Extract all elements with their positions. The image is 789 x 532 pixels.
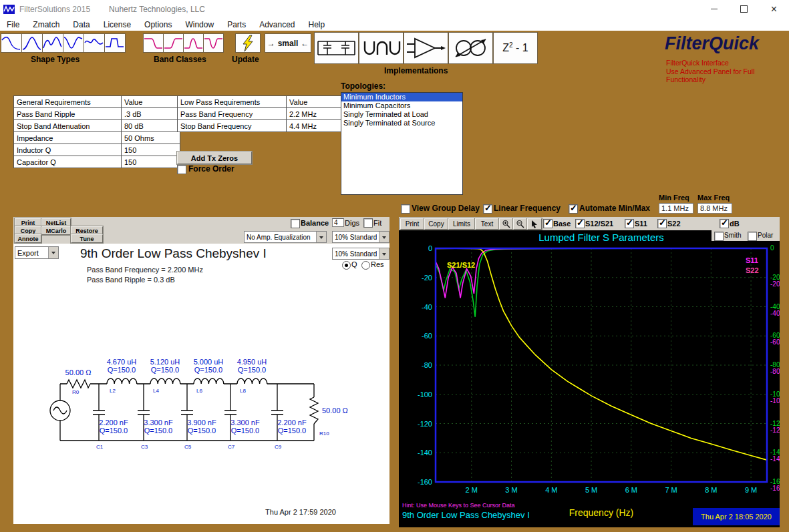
- band-class-bandstop-icon[interactable]: [203, 33, 224, 53]
- arrow-right-icon: →: [267, 39, 275, 48]
- implementation-active-opamp-icon[interactable]: [404, 32, 448, 64]
- annote-button[interactable]: Annote: [15, 234, 41, 243]
- small-toggle-button[interactable]: → small ←: [265, 33, 311, 53]
- title-bar: FilterSolutions 2015 Nuhertz Technologie…: [0, 0, 789, 18]
- menu-data[interactable]: Data: [66, 20, 96, 29]
- base-checkbox[interactable]: [543, 219, 553, 228]
- digits-input[interactable]: [332, 218, 344, 227]
- base-label: Base: [553, 220, 571, 228]
- standard-values-dropdown-top[interactable]: 10% Standard: [332, 231, 389, 243]
- table-row: Capacitor Q150: [14, 156, 180, 168]
- svg-text:-60: -60: [422, 332, 432, 340]
- balance-checkbox[interactable]: [291, 219, 300, 228]
- component-ref: C9: [275, 444, 282, 450]
- menu-help[interactable]: Help: [302, 20, 332, 29]
- plot-limits-button[interactable]: Limits: [448, 218, 475, 230]
- s11-checkbox[interactable]: [625, 219, 634, 228]
- menu-zmatch[interactable]: Zmatch: [26, 20, 66, 29]
- implementation-coupled-resonator-icon[interactable]: [448, 32, 493, 64]
- min-freq-label: Min Freq: [659, 194, 689, 202]
- svg-text:-80: -80: [422, 361, 432, 369]
- minimize-button[interactable]: [699, 0, 729, 18]
- chevron-down-icon: [316, 232, 326, 242]
- polar-checkbox[interactable]: [748, 232, 757, 241]
- shape-type-icon-4[interactable]: [63, 33, 84, 53]
- row-value[interactable]: 150: [122, 156, 180, 168]
- schematic-toolbar: Print NetList Copy MCarlo Restore Annote…: [13, 217, 389, 244]
- row-value[interactable]: 150: [122, 144, 180, 156]
- shape-type-icon-1[interactable]: [1, 33, 22, 53]
- implementation-inductors-icon[interactable]: [359, 32, 404, 64]
- force-order-checkbox[interactable]: [177, 165, 186, 174]
- fit-checkbox[interactable]: [363, 218, 373, 228]
- row-value[interactable]: .3 dB: [122, 108, 180, 120]
- capacitor-q: Q=150.0: [100, 427, 128, 435]
- inductor-q: Q=150.0: [238, 366, 267, 374]
- row-value[interactable]: 2.2 MHz: [287, 108, 345, 120]
- automate-minmax-checkbox[interactable]: [569, 204, 578, 214]
- shape-type-icon-3[interactable]: [42, 33, 63, 53]
- s22-checkbox[interactable]: [657, 219, 667, 228]
- band-class-highpass-icon[interactable]: [163, 33, 184, 53]
- linear-frequency-label: Linear Frequency: [494, 204, 561, 213]
- menu-license[interactable]: License: [97, 20, 138, 29]
- s-parameter-plot[interactable]: Lumped Filter S Parameters 2 M3 M4 M5 M6…: [399, 230, 780, 527]
- minimize-icon: [711, 9, 718, 9]
- shape-type-icon-5[interactable]: [84, 33, 105, 53]
- row-value[interactable]: 4.4 MHz: [287, 120, 345, 132]
- view-group-delay-label: View Group Delay: [412, 204, 480, 213]
- topology-item-singly-terminated-source[interactable]: Singly Terminated at Source: [341, 119, 462, 127]
- zoom-in-button[interactable]: [499, 218, 514, 230]
- plot-copy-button[interactable]: Copy: [424, 218, 448, 230]
- add-tx-zeros-button[interactable]: Add Tx Zeros: [177, 152, 252, 164]
- implementation-digital-z-icon[interactable]: Z2 - 1: [493, 32, 538, 64]
- smith-checkbox[interactable]: [714, 232, 724, 241]
- shape-type-icon-6[interactable]: [104, 33, 126, 53]
- tune-button[interactable]: Tune: [71, 234, 103, 243]
- s12s21-checkbox[interactable]: [575, 219, 585, 228]
- app-window: FilterSolutions 2015 Nuhertz Technologie…: [0, 0, 789, 532]
- db-checkbox[interactable]: [720, 219, 729, 228]
- menu-file[interactable]: File: [0, 20, 26, 29]
- plot-title: Lumped Filter S Parameters: [538, 232, 664, 243]
- svg-text:S22: S22: [746, 266, 759, 274]
- schematic-timestamp: Thu Apr 2 17:59 2020: [234, 508, 367, 516]
- component-ref: C3: [141, 444, 148, 450]
- row-value[interactable]: 50 Ohms: [122, 132, 180, 144]
- topology-item-singly-terminated-load[interactable]: Singly Terminated at Load: [341, 110, 462, 119]
- close-button[interactable]: ×: [759, 0, 789, 18]
- zoom-reset-button[interactable]: [527, 218, 542, 230]
- topology-item-minimum-capacitors[interactable]: Minimum Capacitors: [341, 101, 462, 110]
- update-button[interactable]: [235, 33, 261, 53]
- plot-print-button[interactable]: Print: [400, 218, 424, 230]
- row-value[interactable]: 80 dB: [122, 120, 180, 132]
- svg-text:-80: -80: [770, 368, 780, 375]
- inductor-q: Q=150.0: [194, 366, 223, 374]
- export-dropdown[interactable]: Export: [15, 246, 59, 259]
- topologies-listbox: Minimum Inductors Minimum Capacitors Sin…: [341, 92, 463, 195]
- zoom-out-button[interactable]: [513, 218, 528, 230]
- standard-values-dropdown-side[interactable]: 10% Standard: [332, 248, 389, 260]
- menu-parts[interactable]: Parts: [220, 20, 253, 29]
- table-row: Low Pass Requirements Value: [178, 96, 345, 108]
- plot-text-button[interactable]: Text: [475, 218, 499, 230]
- mcarlo-button[interactable]: MCarlo: [41, 226, 71, 235]
- res-radio[interactable]: [361, 261, 370, 270]
- min-freq-input[interactable]: [659, 203, 693, 214]
- circuit-schematic[interactable]: 50.00 Ω R0 4.670 uH Q=150.0 L2 5.120 uH …: [20, 347, 384, 464]
- view-group-delay-checkbox[interactable]: [401, 204, 410, 214]
- band-class-lowpass-icon[interactable]: [143, 33, 164, 53]
- implementation-passive-ladder-icon[interactable]: [314, 32, 359, 64]
- q-radio[interactable]: [342, 261, 351, 270]
- menu-advanced[interactable]: Advanced: [253, 20, 301, 29]
- menu-window[interactable]: Window: [178, 20, 220, 29]
- menu-options[interactable]: Options: [138, 20, 178, 29]
- linear-frequency-checkbox[interactable]: [483, 204, 492, 214]
- shape-type-icon-2[interactable]: [21, 33, 43, 53]
- plot-bottom-title: 9th Order Low Pass Chebyshev I: [402, 510, 530, 520]
- max-freq-input[interactable]: [697, 203, 732, 214]
- topology-item-minimum-inductors[interactable]: Minimum Inductors: [341, 93, 462, 101]
- band-class-bandpass-icon[interactable]: [183, 33, 204, 53]
- amp-equalization-dropdown[interactable]: No Amp. Equalization: [244, 231, 327, 243]
- maximize-button[interactable]: [729, 0, 759, 18]
